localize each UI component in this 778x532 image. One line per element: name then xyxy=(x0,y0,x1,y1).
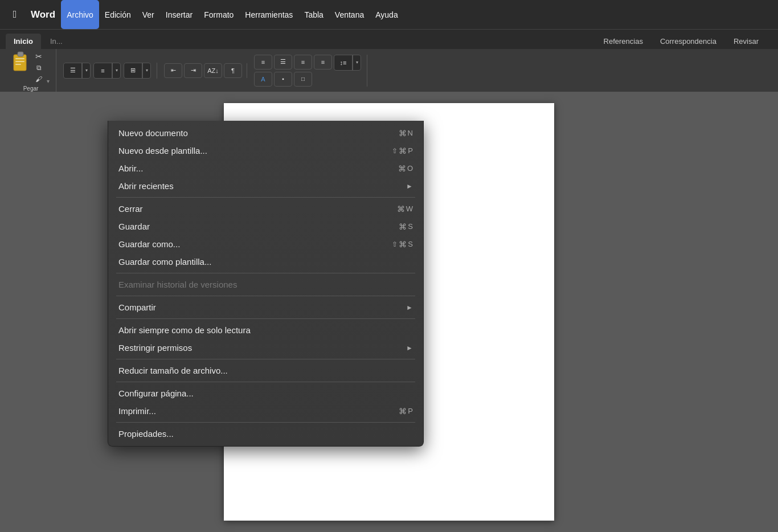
align-left-button[interactable]: ≡ xyxy=(254,55,272,69)
clipboard-tools: ✂ ⧉ 🖌 xyxy=(33,49,44,84)
align-justify-button[interactable]: ≡ xyxy=(314,55,332,69)
menu-herramientas[interactable]: Herramientas xyxy=(239,0,298,29)
line-spacing-button[interactable]: ↕≡ xyxy=(334,55,353,70)
separator-7 xyxy=(116,422,415,423)
menu-propiedades[interactable]: Propiedades... xyxy=(108,425,423,443)
paste-label: Pegar xyxy=(23,85,39,92)
archivo-dropdown-menu: Nuevo documento ⌘N Nuevo desde plantilla… xyxy=(108,121,424,447)
menu-word[interactable]: Word xyxy=(25,0,61,29)
menu-cerrar[interactable]: Cerrar ⌘W xyxy=(108,200,423,218)
menu-ayuda[interactable]: Ayuda xyxy=(370,0,403,29)
menu-ventana[interactable]: Ventana xyxy=(329,0,370,29)
decrease-indent-button[interactable]: ⇤ xyxy=(164,63,182,78)
paste-button[interactable] xyxy=(10,49,32,74)
menu-ver[interactable]: Ver xyxy=(137,0,160,29)
align-center-button[interactable]: ☰ xyxy=(274,55,292,69)
numbered-list-dropdown[interactable]: ▾ xyxy=(112,63,120,78)
tab-revisar[interactable]: Revisar xyxy=(726,34,767,49)
bullet-list-button[interactable]: ☰ xyxy=(64,63,82,78)
paste-section: ✂ ⧉ 🖌 ▾ Pegar xyxy=(6,49,56,92)
apple-menu[interactable]:  xyxy=(5,0,25,29)
tab-referencias[interactable]: Referencias xyxy=(596,34,651,49)
menu-nuevo-documento[interactable]: Nuevo documento ⌘N xyxy=(108,124,423,142)
indent-buttons-group: ⇤ ⇥ AZ↓ ¶ xyxy=(159,63,247,78)
list-button-group-3: ⊞ ▾ xyxy=(124,63,151,79)
menu-configurar[interactable]: Configurar página... xyxy=(108,384,423,402)
content-area: Nuevo documento ⌘N Nuevo desde plantilla… xyxy=(0,92,778,532)
svg-rect-3 xyxy=(15,61,24,62)
paste-dropdown[interactable]: ▾ xyxy=(47,78,51,84)
cut-button[interactable]: ✂ xyxy=(33,51,44,62)
highlight-button[interactable]: A xyxy=(254,72,272,87)
alignment-group: ≡ ☰ ≡ ≡ ↕≡ ▾ A ▪ □ xyxy=(249,55,367,87)
svg-rect-2 xyxy=(15,58,24,59)
reducir-label: Reducir tamaño de archivo... xyxy=(118,366,228,375)
ribbon-content: ✂ ⧉ 🖌 ▾ Pegar ☰ ▾ ≡ ▾ xyxy=(0,49,778,92)
tab-insertar[interactable]: In... xyxy=(42,34,71,49)
menu-guardar-plantilla[interactable]: Guardar como plantilla... xyxy=(108,253,423,271)
menu-bar:  Word Archivo Edición Ver Insertar Form… xyxy=(0,0,778,29)
ribbon-tabs: Inicio In... Referencias Correspondencia… xyxy=(0,30,778,49)
menu-abrir[interactable]: Abrir... ⌘O xyxy=(108,159,423,177)
menu-archivo[interactable]: Archivo xyxy=(61,0,99,29)
tab-inicio[interactable]: Inicio xyxy=(6,34,41,49)
list-button-group-1: ☰ ▾ xyxy=(63,63,91,79)
menu-solo-lectura[interactable]: Abrir siempre como de solo lectura xyxy=(108,321,423,339)
paste-icon-group: ✂ ⧉ 🖌 ▾ xyxy=(10,49,51,84)
line-spacing-group: ↕≡ ▾ xyxy=(334,55,361,71)
menu-abrir-recientes[interactable]: Abrir recientes ► xyxy=(108,177,423,195)
bullet-list-dropdown[interactable]: ▾ xyxy=(82,63,90,78)
format-painter-button[interactable]: 🖌 xyxy=(33,74,44,84)
copy-button[interactable]: ⧉ xyxy=(33,63,44,73)
multilevel-list-dropdown[interactable]: ▾ xyxy=(142,63,150,78)
separator-5 xyxy=(116,359,415,359)
separator-4 xyxy=(116,318,415,319)
line-spacing-dropdown[interactable]: ▾ xyxy=(353,55,361,70)
menu-restringir[interactable]: Restringir permisos ► xyxy=(108,339,423,357)
app-container:  Word Archivo Edición Ver Insertar Form… xyxy=(0,0,778,532)
menu-guardar-como[interactable]: Guardar como... ⇧⌘S xyxy=(108,235,423,253)
menu-guardar[interactable]: Guardar ⌘S xyxy=(108,218,423,235)
menu-tabla[interactable]: Tabla xyxy=(298,0,329,29)
menu-edicion[interactable]: Edición xyxy=(99,0,137,29)
svg-rect-0 xyxy=(14,55,26,71)
svg-rect-1 xyxy=(18,52,23,56)
align-right-button[interactable]: ≡ xyxy=(294,55,312,69)
shading-button[interactable]: ▪ xyxy=(274,72,292,87)
separator-6 xyxy=(116,382,415,382)
multilevel-list-button[interactable]: ⊞ xyxy=(124,63,142,78)
numbered-list-button[interactable]: ≡ xyxy=(94,63,112,78)
alignment-row-2: A ▪ □ xyxy=(254,72,362,87)
list-button-group-2: ≡ ▾ xyxy=(93,63,121,79)
ribbon: Inicio In... Referencias Correspondencia… xyxy=(0,29,778,92)
menu-insertar[interactable]: Insertar xyxy=(160,0,198,29)
separator-3 xyxy=(116,296,415,296)
menu-historial: Examinar historial de versiones xyxy=(108,276,423,293)
separator-1 xyxy=(116,197,415,198)
increase-indent-button[interactable]: ⇥ xyxy=(184,63,202,78)
menu-nuevo-plantilla[interactable]: Nuevo desde plantilla... ⇧⌘P xyxy=(108,142,423,159)
alignment-row-1: ≡ ☰ ≡ ≡ ↕≡ ▾ xyxy=(254,55,362,71)
sort-button[interactable]: AZ↓ xyxy=(204,63,222,78)
menu-reducir[interactable]: Reducir tamaño de archivo... xyxy=(108,362,423,379)
separator-2 xyxy=(116,273,415,273)
pilcrow-button[interactable]: ¶ xyxy=(224,63,242,78)
menu-compartir[interactable]: Compartir ► xyxy=(108,298,423,316)
tab-correspondencia[interactable]: Correspondencia xyxy=(652,34,724,49)
svg-rect-4 xyxy=(15,64,21,65)
list-buttons-group: ☰ ▾ ≡ ▾ ⊞ ▾ xyxy=(59,63,157,79)
menu-formato[interactable]: Formato xyxy=(198,0,239,29)
border-button[interactable]: □ xyxy=(294,72,312,87)
menu-imprimir[interactable]: Imprimir... ⌘P xyxy=(108,402,423,420)
